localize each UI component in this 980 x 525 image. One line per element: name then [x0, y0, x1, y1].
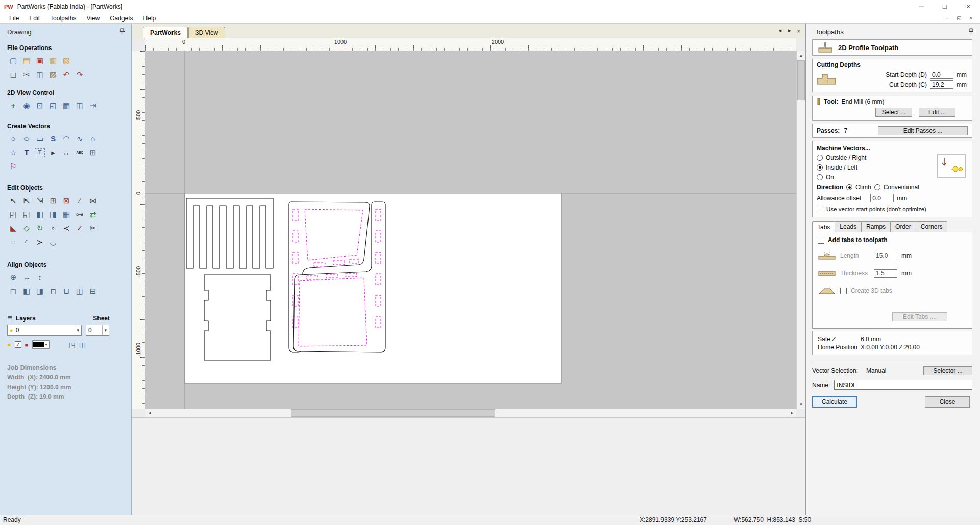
layer-select[interactable]: ● 0 ▾	[7, 325, 82, 336]
save-file-icon[interactable]: ▣	[33, 55, 46, 67]
tab-prev-icon[interactable]: ◄	[777, 28, 782, 35]
distort-tool-icon[interactable]: ⋈	[86, 195, 100, 207]
tab-length-input[interactable]	[874, 252, 897, 260]
mirror-horizontal-icon[interactable]: ◧	[33, 208, 46, 221]
add-tabs-checkbox[interactable]	[818, 237, 824, 244]
edit-nodes-icon[interactable]: ⇱	[20, 195, 33, 207]
horizontal-scroll-thumb[interactable]	[291, 409, 495, 417]
copy-rotate-icon[interactable]: ⊞	[46, 195, 60, 207]
edit-tool-button[interactable]: Edit ...	[919, 108, 955, 117]
array-copy-icon[interactable]: ▦	[60, 208, 73, 221]
select-text-icon[interactable]: ▸	[46, 147, 60, 159]
split-view-icon[interactable]: ◫	[73, 100, 86, 112]
align-selection-icon[interactable]: ◻	[7, 285, 20, 297]
conventional-radio[interactable]	[874, 184, 880, 190]
redo-icon[interactable]: ↷	[73, 68, 86, 81]
tab-thickness-input[interactable]	[874, 269, 897, 278]
offset-contour-icon[interactable]: ◇	[20, 222, 33, 234]
draw-star-icon[interactable]: ☆	[7, 147, 20, 159]
polyline-segment-icon[interactable]: ≻	[33, 236, 46, 248]
minimize-button[interactable]: ─	[910, 0, 933, 13]
join-vectors-icon[interactable]: ⊶	[73, 208, 86, 221]
menu-help[interactable]: Help	[138, 13, 161, 23]
edit-passes-button[interactable]: Edit Passes ...	[878, 126, 968, 135]
rotate-tool-icon[interactable]: ↻	[33, 222, 46, 234]
inside-left-radio[interactable]	[817, 164, 823, 171]
import-vectors-icon[interactable]: ▥	[46, 55, 60, 67]
menu-toolpaths[interactable]: Toolpaths	[45, 13, 81, 23]
draw-arc-icon[interactable]: ◠	[60, 133, 73, 145]
horizontal-scrollbar[interactable]: ◄ ►	[145, 409, 796, 417]
measure-tool-icon[interactable]: ∕	[73, 195, 86, 207]
vector-start-points-checkbox[interactable]	[817, 206, 823, 212]
close-toolpath-button[interactable]: Close	[925, 396, 970, 408]
drawing-canvas[interactable]	[145, 51, 796, 409]
mdi-close-button[interactable]: ×	[966, 15, 976, 21]
align-horizontal-icon[interactable]: ↔	[20, 271, 33, 283]
close-button[interactable]: ×	[957, 0, 980, 13]
cut-icon[interactable]: ✂	[20, 68, 33, 81]
draw-polyline-icon[interactable]: S	[46, 133, 60, 145]
new-layer-icon[interactable]: ◳	[69, 341, 76, 349]
toolpath-name-input[interactable]	[834, 380, 972, 390]
tab-ramps[interactable]: Ramps	[861, 221, 891, 232]
pin-icon[interactable]	[119, 28, 125, 35]
menu-view[interactable]: View	[81, 13, 105, 23]
transform-tool-icon[interactable]: ⇲	[33, 195, 46, 207]
lasso-select-icon[interactable]: ◌	[7, 236, 20, 248]
align-top-icon[interactable]: ⊓	[46, 285, 60, 297]
vertical-scroll-thumb[interactable]	[797, 60, 805, 100]
climb-radio[interactable]	[846, 184, 852, 190]
align-right-icon[interactable]: ◨	[33, 285, 46, 297]
snip-vector-icon[interactable]: ✂	[86, 222, 100, 234]
selector-button[interactable]: Selector ...	[923, 366, 972, 375]
calculate-button[interactable]: Calculate	[812, 396, 857, 408]
maximize-button[interactable]: □	[933, 0, 957, 13]
new-file-icon[interactable]: ▢	[7, 55, 20, 67]
tab-leads[interactable]: Leads	[835, 221, 862, 232]
menu-file[interactable]: File	[4, 13, 24, 23]
paste-icon[interactable]: ▨	[46, 68, 60, 81]
export-vectors-icon[interactable]: ▧	[60, 55, 73, 67]
select-tool-button[interactable]: Select ...	[875, 108, 912, 117]
tab-partworks[interactable]: PartWorks	[143, 27, 188, 38]
switch-3d-view-icon[interactable]: ⇥	[86, 100, 100, 112]
layer-color-swatch[interactable]: ▾	[32, 340, 50, 349]
paste-array-icon[interactable]: ⊞	[86, 147, 100, 159]
pan-icon[interactable]: +	[7, 100, 20, 112]
vertical-scrollbar[interactable]: ▲ ▼	[796, 51, 805, 409]
copy-icon[interactable]: ◫	[33, 68, 46, 81]
delete-vector-icon[interactable]: ⊠	[60, 195, 73, 207]
vector-comb[interactable]	[186, 198, 273, 268]
zoom-extents-icon[interactable]: ◱	[46, 100, 60, 112]
cut-depth-input[interactable]	[930, 80, 953, 89]
create-3d-tabs-checkbox[interactable]	[840, 288, 847, 294]
node-smooth-icon[interactable]: ∘	[46, 222, 60, 234]
tab-corners[interactable]: Corners	[916, 221, 948, 232]
draw-curve-icon[interactable]: ∿	[73, 133, 86, 145]
merge-layers-icon[interactable]: ◫	[79, 341, 86, 349]
layer-visibility-icon[interactable]: ●	[7, 341, 11, 348]
tab-close-icon[interactable]: ×	[797, 28, 800, 35]
flip-direction-icon[interactable]: ⇄	[86, 208, 100, 221]
offset-vectors-icon[interactable]: ◰	[7, 208, 20, 221]
vector-notched-panel[interactable]	[204, 275, 271, 360]
tab-3d-view[interactable]: 3D View	[188, 27, 225, 38]
align-center-v-icon[interactable]: ⊟	[86, 285, 100, 297]
convert-text-icon[interactable]: ABC	[73, 147, 86, 159]
pin-icon[interactable]	[968, 28, 974, 35]
undo-icon[interactable]: ↶	[60, 68, 73, 81]
scale-tool-icon[interactable]: ◱	[20, 208, 33, 221]
arc-segment-icon[interactable]: ◜	[20, 236, 33, 248]
align-vertical-icon[interactable]: ↕	[33, 271, 46, 283]
align-center-h-icon[interactable]: ◫	[73, 285, 86, 297]
allowance-offset-input[interactable]	[870, 194, 894, 202]
scroll-right-icon[interactable]: ►	[790, 409, 794, 417]
scroll-up-icon[interactable]: ▲	[797, 51, 805, 59]
menu-gadgets[interactable]: Gadgets	[105, 13, 138, 23]
zoom-interactive-icon[interactable]: ◉	[20, 100, 33, 112]
fit-curve-icon[interactable]: ✓	[73, 222, 86, 234]
scroll-down-icon[interactable]: ▼	[797, 400, 805, 409]
outside-right-radio[interactable]	[817, 155, 823, 161]
tab-tabs[interactable]: Tabs	[812, 221, 835, 232]
